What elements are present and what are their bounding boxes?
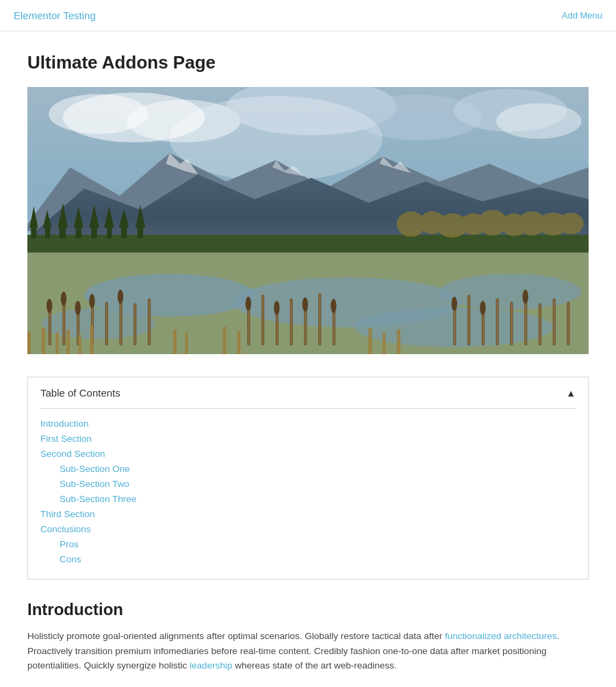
svg-rect-69: [567, 302, 569, 345]
toc-link-third-section[interactable]: Third Section: [40, 509, 95, 519]
toc-list: Introduction First Section Second Sectio…: [28, 409, 588, 579]
main-content: Ultimate Addons Page: [0, 32, 616, 687]
svg-point-74: [118, 290, 123, 304]
introduction-section: Introduction Holisticly promote goal-ori…: [27, 600, 589, 687]
svg-point-78: [331, 299, 336, 313]
toc-item-third-section: Third Section: [40, 506, 576, 521]
toc-item-sub-section-one: Sub-Section One: [40, 461, 576, 476]
svg-rect-68: [553, 299, 555, 345]
svg-rect-97: [90, 325, 93, 354]
svg-rect-50: [105, 302, 107, 345]
hero-image: [27, 87, 589, 354]
toc-item-pros: Pros: [40, 536, 576, 551]
toc-link-sub-section-two[interactable]: Sub-Section Two: [60, 479, 129, 489]
toc-link-sub-section-one[interactable]: Sub-Section One: [60, 464, 130, 474]
site-title[interactable]: Elementor Testing: [14, 10, 96, 21]
toc-item-second-section: Second Section: [40, 446, 576, 461]
svg-rect-93: [42, 327, 45, 354]
svg-rect-95: [66, 329, 70, 354]
toc-link-cons[interactable]: Cons: [60, 554, 81, 564]
toc-title: Table of Contents: [40, 387, 120, 399]
svg-point-81: [522, 290, 528, 304]
svg-rect-101: [237, 331, 240, 354]
add-menu-link[interactable]: Add Menu: [562, 10, 602, 21]
introduction-paragraph-2: Energistically revolutionize excellent t…: [27, 683, 589, 687]
svg-point-79: [452, 297, 457, 311]
svg-point-71: [61, 292, 66, 306]
svg-rect-52: [134, 303, 136, 345]
svg-rect-102: [368, 328, 372, 354]
toc-link-conclusions[interactable]: Conclusions: [40, 524, 91, 534]
toc-link-first-section[interactable]: First Section: [40, 434, 92, 444]
toc-link-second-section[interactable]: Second Section: [40, 449, 105, 459]
svg-rect-55: [262, 295, 264, 345]
svg-rect-94: [56, 332, 59, 354]
svg-point-76: [274, 301, 279, 315]
functionalized-link[interactable]: functionalized architectures: [445, 631, 557, 641]
toc-item-cons: Cons: [40, 551, 576, 566]
svg-point-70: [47, 299, 52, 313]
svg-rect-96: [79, 334, 81, 354]
svg-rect-62: [468, 295, 470, 345]
svg-rect-99: [185, 332, 188, 354]
introduction-heading: Introduction: [27, 600, 589, 619]
svg-point-39: [558, 213, 583, 234]
svg-rect-59: [319, 294, 321, 345]
toc-item-conclusions: Conclusions: [40, 521, 576, 536]
svg-point-80: [480, 301, 485, 315]
page-title: Ultimate Addons Page: [27, 52, 589, 73]
svg-rect-104: [397, 329, 400, 354]
svg-point-75: [246, 297, 251, 311]
site-header: Elementor Testing Add Menu: [0, 0, 616, 32]
svg-rect-57: [290, 299, 292, 345]
toc-link-sub-section-three[interactable]: Sub-Section Three: [60, 494, 136, 504]
svg-rect-98: [173, 329, 177, 354]
svg-point-77: [303, 297, 308, 312]
toc-item-introduction: Introduction: [40, 416, 576, 431]
svg-rect-64: [496, 299, 498, 345]
toc-link-pros[interactable]: Pros: [60, 539, 79, 549]
svg-rect-53: [148, 299, 150, 345]
toc-header[interactable]: Table of Contents ▲: [28, 377, 588, 408]
toc-toggle-icon[interactable]: ▲: [566, 388, 576, 399]
toc-container: Table of Contents ▲ Introduction First S…: [27, 377, 589, 579]
svg-rect-92: [27, 331, 31, 354]
svg-rect-100: [222, 327, 226, 354]
svg-rect-65: [511, 302, 513, 345]
svg-point-7: [496, 103, 582, 139]
toc-item-sub-section-three: Sub-Section Three: [40, 491, 576, 506]
svg-point-73: [89, 294, 94, 308]
svg-rect-67: [539, 303, 541, 345]
svg-rect-103: [383, 332, 385, 354]
toc-item-sub-section-two: Sub-Section Two: [40, 476, 576, 491]
toc-item-first-section: First Section: [40, 431, 576, 446]
hero-image-container: [27, 87, 589, 356]
leadership-link[interactable]: leadership: [190, 660, 232, 671]
svg-point-72: [75, 301, 81, 315]
introduction-paragraph-1: Holisticly promote goal-oriented alignme…: [27, 629, 589, 673]
toc-link-introduction[interactable]: Introduction: [40, 419, 89, 429]
